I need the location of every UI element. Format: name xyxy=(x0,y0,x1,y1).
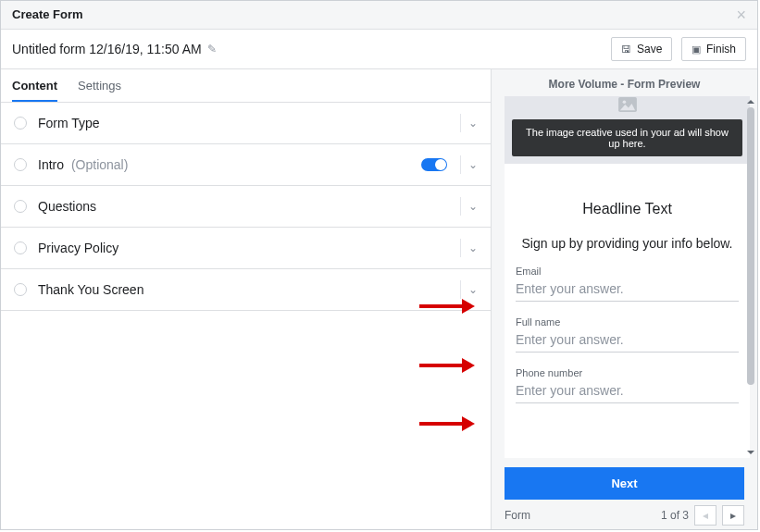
create-form-dialog: Create Form × Untitled form 12/16/19, 11… xyxy=(0,0,758,530)
left-pane: Content Settings Form Type ⌄ Intro (Opti… xyxy=(1,69,491,529)
section-label: Thank You Screen xyxy=(38,282,456,297)
field-phone: Phone number xyxy=(516,367,739,403)
finish-icon: ▣ xyxy=(691,39,701,59)
edit-name-icon[interactable]: ✎ xyxy=(207,43,217,56)
phone-input[interactable] xyxy=(516,378,739,403)
preview-card: The image creative used in your ad will … xyxy=(505,96,750,458)
scroll-thumb[interactable] xyxy=(747,107,754,385)
save-icon: 🖫 xyxy=(621,39,631,59)
pager-label: Form xyxy=(505,509,530,522)
email-input[interactable] xyxy=(516,277,739,302)
chevron-down-icon: ⌄ xyxy=(468,158,478,171)
preview-headline: Headline Text xyxy=(516,201,739,217)
field-fullname: Full name xyxy=(516,316,739,353)
header-actions: 🖫 Save ▣ Finish xyxy=(605,37,746,61)
section-intro[interactable]: Intro (Optional) ⌄ xyxy=(1,144,491,186)
dialog-title: Create Form xyxy=(12,1,83,29)
bullet-icon xyxy=(14,117,27,130)
preview-title: More Volume - Form Preview xyxy=(492,78,757,91)
content-area: Content Settings Form Type ⌄ Intro (Opti… xyxy=(1,69,757,529)
section-label: Privacy Policy xyxy=(38,241,456,255)
bullet-icon xyxy=(14,200,27,213)
tab-content[interactable]: Content xyxy=(12,69,57,102)
save-button-label: Save xyxy=(637,39,662,59)
save-button[interactable]: 🖫 Save xyxy=(611,37,672,61)
field-label: Phone number xyxy=(516,367,739,378)
field-email: Email xyxy=(516,266,739,302)
creative-note: The image creative used in your ad will … xyxy=(512,119,742,156)
image-icon xyxy=(505,96,750,119)
finish-button-label: Finish xyxy=(706,39,736,59)
bullet-icon xyxy=(14,158,27,171)
tabs: Content Settings xyxy=(1,69,491,103)
bullet-icon xyxy=(14,283,27,296)
intro-toggle[interactable] xyxy=(421,158,447,171)
phone-content: Headline Text Sign up by providing your … xyxy=(505,164,750,458)
annotation-arrow xyxy=(419,362,475,369)
chevron-down-icon: ⌄ xyxy=(468,241,478,254)
svg-point-1 xyxy=(622,101,626,105)
scroll-down-icon[interactable] xyxy=(747,451,754,458)
fullname-input[interactable] xyxy=(516,328,739,353)
section-label: Intro (Optional) xyxy=(38,157,421,172)
form-name-bar: Untitled form 12/16/19, 11:50 AM ✎ 🖫 Sav… xyxy=(1,30,757,69)
annotation-arrow xyxy=(419,303,475,310)
field-label: Full name xyxy=(516,316,739,328)
chevron-down-icon: ⌄ xyxy=(468,117,478,130)
preview-pager: Form 1 of 3 ◂ ▸ xyxy=(492,500,757,529)
section-privacy-policy[interactable]: Privacy Policy ⌄ xyxy=(1,228,491,269)
finish-button[interactable]: ▣ Finish xyxy=(681,37,746,61)
section-list: Form Type ⌄ Intro (Optional) ⌄ xyxy=(1,103,491,311)
preview-pane: More Volume - Form Preview The image cre… xyxy=(491,69,757,529)
field-label: Email xyxy=(516,266,739,277)
creative-placeholder: The image creative used in your ad will … xyxy=(505,96,750,164)
chevron-down-icon: ⌄ xyxy=(468,200,478,213)
scroll-up-icon[interactable] xyxy=(747,96,754,104)
chevron-down-icon: ⌄ xyxy=(468,283,478,296)
preview-wrap: The image creative used in your ad will … xyxy=(492,96,757,458)
preview-subline: Sign up by providing your info below. xyxy=(516,236,739,251)
section-questions[interactable]: Questions ⌄ xyxy=(1,186,491,228)
section-label: Questions xyxy=(38,199,456,214)
section-label: Form Type xyxy=(38,116,456,130)
section-thank-you[interactable]: Thank You Screen ⌄ xyxy=(1,269,491,311)
close-icon[interactable]: × xyxy=(736,6,746,23)
tab-settings[interactable]: Settings xyxy=(78,69,121,102)
pager-position: 1 of 3 xyxy=(661,509,689,522)
annotation-arrow xyxy=(419,420,475,427)
dialog-titlebar: Create Form × xyxy=(1,1,757,30)
preview-next-button[interactable]: Next xyxy=(505,467,744,500)
form-name-text: Untitled form 12/16/19, 11:50 AM xyxy=(12,42,202,56)
preview-scrollbar[interactable] xyxy=(746,96,755,458)
bullet-icon xyxy=(14,241,27,254)
pager-prev-button[interactable]: ◂ xyxy=(694,505,716,526)
pager-next-button[interactable]: ▸ xyxy=(722,505,744,526)
section-form-type[interactable]: Form Type ⌄ xyxy=(1,103,491,144)
form-name[interactable]: Untitled form 12/16/19, 11:50 AM ✎ xyxy=(12,42,217,56)
